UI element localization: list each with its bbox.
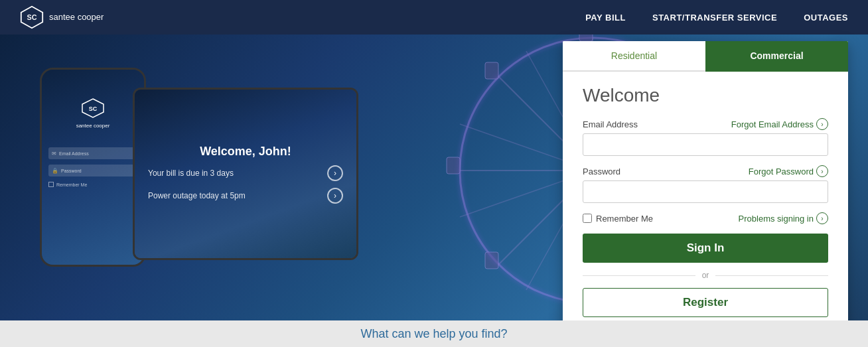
phone-email-text: Email Address [59,151,89,156]
phone-lock-icon: 🔒 [52,168,58,174]
phone-mockup: SC santee cooper ✉ Email Address 🔒 Passw… [40,68,146,267]
svg-rect-15 [447,157,460,174]
phone-remember-checkbox [48,182,54,187]
santee-cooper-logo-icon: SC [20,5,44,29]
email-label: Email Address [583,119,638,129]
tablet-welcome-text: Welcome, John! [200,145,291,159]
tab-residential[interactable]: Residential [563,41,705,72]
problems-text: Problems signing in [739,214,814,224]
or-line-right [715,275,828,276]
forgot-password-icon: › [816,165,828,177]
or-line-left [583,275,695,276]
tablet-bill-text: Your bill is due in 3 days [148,169,234,178]
tablet-btn-1[interactable]: › [327,165,343,181]
nav-pay-bill[interactable]: PAY BILL [585,13,626,23]
phone-logo-text: santee cooper [48,123,137,129]
login-panel: Residential Commercial Welcome Email Add… [563,41,848,334]
or-text: or [702,271,709,280]
password-label: Password [583,167,620,176]
nav-start-transfer[interactable]: START/TRANSFER SERVICE [652,13,777,23]
nav-outages[interactable]: OUTAGES [804,13,848,23]
password-field-row: Password Forgot Password › [583,165,828,177]
forgot-email-link[interactable]: Forgot Email Address › [731,118,828,130]
phone-email-field: ✉ Email Address [48,147,137,159]
main-area: SC santee cooper ✉ Email Address 🔒 Passw… [0,35,868,347]
remember-me-row: Remember Me Problems signing in › [583,212,828,224]
phone-logo-icon: SC [80,98,106,119]
tablet-outage-text: Power outage today at 5pm [148,191,246,200]
svg-text:SC: SC [27,13,37,21]
register-button[interactable]: Register [583,288,828,317]
phone-email-icon: ✉ [52,151,56,157]
remember-left: Remember Me [583,214,653,224]
forgot-password-link[interactable]: Forgot Password › [749,165,828,177]
phone-remember-label: Remember Me [56,182,87,187]
phone-password-field: 🔒 Password [48,165,137,176]
header: SC santee cooper PAY BILL START/TRANSFER… [0,0,868,35]
phone-password-text: Password [61,169,82,173]
forgot-email-icon: › [816,118,828,130]
welcome-title: Welcome [583,85,828,106]
problems-signing-in-link[interactable]: Problems signing in › [739,212,828,224]
forgot-password-text: Forgot Password [749,167,814,176]
tablet-mockup: Welcome, John! Your bill is due in 3 day… [133,88,358,260]
password-input[interactable] [583,180,828,203]
sign-in-button[interactable]: Sign In [583,234,828,263]
remember-me-checkbox[interactable] [583,214,592,223]
bottom-bar: What can we help you find? [0,320,868,347]
main-nav: PAY BILL START/TRANSFER SERVICE OUTAGES [585,13,848,23]
problems-icon: › [816,212,828,224]
phone-remember-row: Remember Me [48,182,137,187]
login-tabs: Residential Commercial [563,41,848,72]
or-divider: or [583,271,828,280]
email-input[interactable] [583,133,828,156]
remember-me-label: Remember Me [596,214,653,224]
search-help-text: What can we help you find? [360,327,507,341]
tablet-message-1: Your bill is due in 3 days › [148,165,343,181]
logo-area: SC santee cooper [20,5,104,29]
tablet-btn-2[interactable]: › [327,188,343,204]
tab-commercial[interactable]: Commercial [705,41,848,72]
email-field-row: Email Address Forgot Email Address › [583,118,828,130]
svg-text:SC: SC [89,105,98,112]
login-body: Welcome Email Address Forgot Email Addre… [563,72,848,334]
forgot-email-text: Forgot Email Address [731,119,814,129]
tablet-message-2: Power outage today at 5pm › [148,188,343,204]
logo-text: santee cooper [49,12,104,23]
